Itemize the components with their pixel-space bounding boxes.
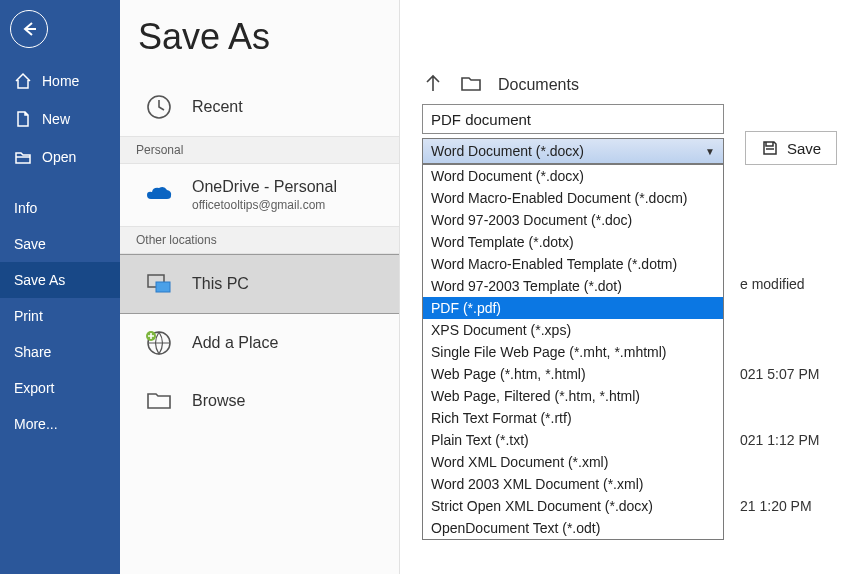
file-type-option[interactable]: Web Page (*.htm, *.html) bbox=[423, 363, 723, 385]
arrow-left-icon bbox=[20, 20, 38, 38]
nav-share[interactable]: Share bbox=[0, 334, 120, 370]
file-type-option[interactable]: OpenDocument Text (*.odt) bbox=[423, 517, 723, 539]
file-type-option[interactable]: PDF (*.pdf) bbox=[423, 297, 723, 319]
filename-input[interactable] bbox=[422, 104, 724, 134]
section-other: Other locations bbox=[120, 226, 399, 254]
home-icon bbox=[14, 72, 32, 90]
file-type-option[interactable]: Strict Open XML Document (*.docx) bbox=[423, 495, 723, 517]
location-browse[interactable]: Browse bbox=[120, 372, 399, 430]
file-type-option[interactable]: Word XML Document (*.xml) bbox=[423, 451, 723, 473]
file-type-option[interactable]: Word 2003 XML Document (*.xml) bbox=[423, 473, 723, 495]
nav-label: Info bbox=[14, 200, 37, 216]
file-date: 21 1:20 PM bbox=[740, 498, 812, 514]
column-header-modified[interactable]: e modified bbox=[740, 276, 805, 292]
nav-label: New bbox=[42, 111, 70, 127]
nav-label: Open bbox=[42, 149, 76, 165]
nav-label: Export bbox=[14, 380, 54, 396]
file-type-option[interactable]: Word Document (*.docx) bbox=[423, 165, 723, 187]
clock-icon bbox=[144, 92, 174, 122]
nav-save-as[interactable]: Save As bbox=[0, 262, 120, 298]
chevron-down-icon: ▼ bbox=[705, 146, 715, 157]
nav-label: More... bbox=[14, 416, 58, 432]
location-sublabel: officetooltips@gmail.com bbox=[192, 198, 337, 212]
nav-label: Save As bbox=[14, 272, 65, 288]
nav-home[interactable]: Home bbox=[0, 62, 120, 100]
file-type-option[interactable]: Plain Text (*.txt) bbox=[423, 429, 723, 451]
nav-label: Home bbox=[42, 73, 79, 89]
location-onedrive[interactable]: OneDrive - Personal officetooltips@gmail… bbox=[120, 164, 399, 226]
section-personal: Personal bbox=[120, 136, 399, 164]
file-type-select[interactable]: Word Document (*.docx) ▼ bbox=[422, 138, 724, 164]
location-label: Add a Place bbox=[192, 334, 278, 352]
open-folder-icon bbox=[14, 148, 32, 166]
save-icon bbox=[761, 139, 779, 157]
svg-rect-2 bbox=[156, 282, 170, 292]
save-pane: Documents Word Document (*.docx) ▼ Save … bbox=[400, 0, 852, 574]
backstage-sidebar: Home New Open Info Save Save As Print Sh… bbox=[0, 0, 120, 574]
location-recent[interactable]: Recent bbox=[120, 78, 399, 136]
file-type-option[interactable]: Word 97-2003 Document (*.doc) bbox=[423, 209, 723, 231]
page-title: Save As bbox=[120, 0, 399, 78]
folder-icon bbox=[460, 72, 482, 98]
locations-column: Save As Recent Personal OneDrive - Perso… bbox=[120, 0, 400, 574]
file-type-selected-label: Word Document (*.docx) bbox=[431, 143, 584, 159]
nav-export[interactable]: Export bbox=[0, 370, 120, 406]
onedrive-icon bbox=[144, 180, 174, 210]
nav-label: Share bbox=[14, 344, 51, 360]
nav-print[interactable]: Print bbox=[0, 298, 120, 334]
save-as-backstage: Home New Open Info Save Save As Print Sh… bbox=[0, 0, 852, 574]
file-type-option[interactable]: Word Macro-Enabled Template (*.dotm) bbox=[423, 253, 723, 275]
location-label: This PC bbox=[192, 275, 249, 293]
save-button[interactable]: Save bbox=[745, 131, 837, 165]
file-type-option[interactable]: Web Page, Filtered (*.htm, *.html) bbox=[423, 385, 723, 407]
file-type-option[interactable]: Word Macro-Enabled Document (*.docm) bbox=[423, 187, 723, 209]
file-type-option[interactable]: XPS Document (*.xps) bbox=[423, 319, 723, 341]
file-type-option[interactable]: Single File Web Page (*.mht, *.mhtml) bbox=[423, 341, 723, 363]
breadcrumb-label[interactable]: Documents bbox=[498, 76, 579, 94]
back-button[interactable] bbox=[10, 10, 48, 48]
browse-folder-icon bbox=[144, 386, 174, 416]
nav-new[interactable]: New bbox=[0, 100, 120, 138]
up-arrow-button[interactable] bbox=[422, 72, 444, 98]
new-doc-icon bbox=[14, 110, 32, 128]
arrow-up-icon bbox=[422, 72, 444, 94]
location-this-pc[interactable]: This PC bbox=[120, 254, 399, 314]
file-type-option[interactable]: Word Template (*.dotx) bbox=[423, 231, 723, 253]
save-button-label: Save bbox=[787, 140, 821, 157]
file-date: 021 5:07 PM bbox=[740, 366, 819, 382]
location-add-place[interactable]: Add a Place bbox=[120, 314, 399, 372]
location-label: Browse bbox=[192, 392, 245, 410]
add-place-icon bbox=[144, 328, 174, 358]
location-label: OneDrive - Personal bbox=[192, 178, 337, 196]
location-text: OneDrive - Personal officetooltips@gmail… bbox=[192, 178, 337, 212]
location-label: Recent bbox=[192, 98, 243, 116]
file-date: 021 1:12 PM bbox=[740, 432, 819, 448]
nav-info[interactable]: Info bbox=[0, 190, 120, 226]
nav-more[interactable]: More... bbox=[0, 406, 120, 442]
file-type-option[interactable]: Rich Text Format (*.rtf) bbox=[423, 407, 723, 429]
nav-open[interactable]: Open bbox=[0, 138, 120, 176]
file-type-dropdown[interactable]: Word Document (*.docx)Word Macro-Enabled… bbox=[422, 164, 724, 540]
this-pc-icon bbox=[144, 269, 174, 299]
nav-label: Print bbox=[14, 308, 43, 324]
breadcrumb-row: Documents bbox=[422, 72, 579, 98]
nav-save[interactable]: Save bbox=[0, 226, 120, 262]
nav-label: Save bbox=[14, 236, 46, 252]
file-type-option[interactable]: Word 97-2003 Template (*.dot) bbox=[423, 275, 723, 297]
